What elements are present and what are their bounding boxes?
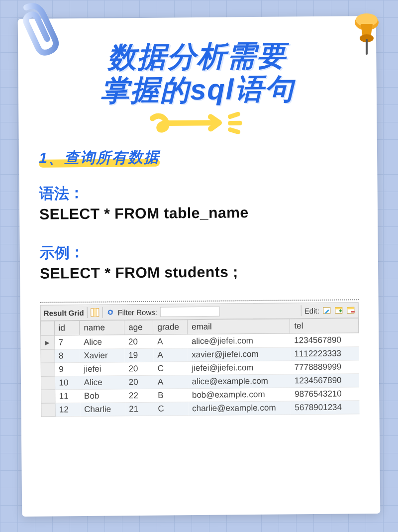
- cell-tel: 1112223333: [290, 347, 359, 361]
- cell-email: xavier@jiefei.com: [188, 347, 291, 362]
- cell-id: 11: [55, 390, 80, 403]
- edit-label: Edit:: [304, 307, 319, 315]
- cell-grade: C: [154, 362, 188, 376]
- cell-tel: 1234567890: [290, 333, 359, 347]
- cell-age: 19: [124, 349, 153, 363]
- svg-rect-15: [347, 308, 354, 310]
- cell-age: 20: [124, 362, 153, 376]
- svg-line-6: [230, 130, 238, 132]
- grid-title: Result Grid: [44, 309, 84, 318]
- cell-email: bob@example.com: [188, 388, 291, 402]
- title-line1: 数据分析需要: [38, 38, 357, 74]
- cell-email: jiefei@jiefei.com: [188, 361, 291, 375]
- svg-rect-10: [94, 309, 97, 317]
- row-marker: [41, 403, 55, 417]
- cell-grade: A: [153, 348, 188, 362]
- cell-email: charlie@example.com: [188, 401, 291, 416]
- cell-id: 7: [54, 335, 80, 349]
- cell-name: Alice: [80, 335, 124, 349]
- syntax-code: SELECT * FROM table_name: [39, 204, 358, 223]
- th-email[interactable]: email: [188, 319, 291, 334]
- cell-grade: A: [153, 334, 188, 349]
- cell-tel: 1234567890: [291, 374, 359, 388]
- cell-id: 8: [54, 349, 80, 363]
- cell-email: alice@jiefei.com: [188, 333, 291, 348]
- edit-remove-icon[interactable]: [346, 306, 355, 315]
- squiggle-icon: [148, 112, 223, 135]
- cell-id: 12: [55, 403, 80, 417]
- cell-grade: A: [154, 375, 188, 389]
- cell-tel: 5678901234: [291, 401, 359, 415]
- title-line2: 掌握的sql语句: [38, 72, 357, 107]
- svg-line-4: [230, 114, 238, 117]
- data-table: id name age grade email tel ▸7Alice20Aal…: [40, 319, 360, 418]
- cell-email: alice@example.com: [188, 374, 291, 389]
- pushpin-icon: [346, 10, 388, 59]
- row-marker: [41, 363, 55, 376]
- cell-tel: 9876543210: [291, 387, 359, 401]
- cell-name: Alice: [80, 376, 125, 390]
- example-code: SELECT * FROM students ;: [40, 263, 358, 283]
- svg-rect-13: [335, 308, 342, 310]
- cell-id: 9: [55, 363, 80, 376]
- svg-rect-16: [351, 312, 355, 313]
- lines-icon: [227, 112, 247, 134]
- cell-age: 20: [124, 335, 153, 349]
- table-row[interactable]: 12Charlie21Ccharlie@example.com567890123…: [41, 401, 359, 417]
- th-grade[interactable]: grade: [153, 320, 188, 335]
- cell-name: Charlie: [80, 403, 125, 417]
- edit-pencil-icon[interactable]: [322, 306, 331, 315]
- row-marker: [41, 349, 55, 363]
- cell-tel: 7778889999: [291, 360, 359, 374]
- cell-name: Xavier: [80, 349, 124, 363]
- squiggle-decor: [38, 111, 357, 136]
- cell-age: 20: [125, 376, 154, 390]
- cell-name: jiefei: [80, 362, 124, 376]
- row-marker: [41, 376, 55, 390]
- cell-age: 22: [125, 389, 154, 403]
- result-grid: Result Grid Filter Rows: Edit:: [40, 300, 360, 418]
- filter-label: Filter Rows:: [118, 308, 157, 317]
- th-tel[interactable]: tel: [290, 319, 359, 333]
- example-label: 示例：: [40, 240, 358, 264]
- th-name[interactable]: name: [80, 320, 124, 335]
- th-id[interactable]: id: [54, 321, 80, 335]
- page-title: 数据分析需要 掌握的sql语句: [38, 38, 357, 107]
- section-heading-text: 1、查询所有数据: [39, 149, 160, 166]
- cell-age: 21: [125, 403, 154, 417]
- cell-grade: B: [154, 389, 188, 403]
- card: 数据分析需要 掌握的sql语句 1、查询所有数据 语法： SELECT * FR…: [18, 16, 381, 517]
- edit-add-icon[interactable]: [334, 306, 343, 315]
- cell-id: 10: [55, 376, 80, 390]
- row-marker: [41, 390, 55, 403]
- filter-input[interactable]: [160, 307, 220, 317]
- refresh-icon[interactable]: [106, 308, 115, 317]
- grid-icon[interactable]: [91, 308, 100, 317]
- cell-name: Bob: [80, 389, 125, 403]
- cell-grade: C: [154, 402, 188, 416]
- syntax-label: 语法：: [39, 181, 358, 205]
- th-age[interactable]: age: [124, 320, 153, 335]
- section-heading: 1、查询所有数据: [39, 147, 160, 169]
- row-marker: ▸: [41, 335, 55, 349]
